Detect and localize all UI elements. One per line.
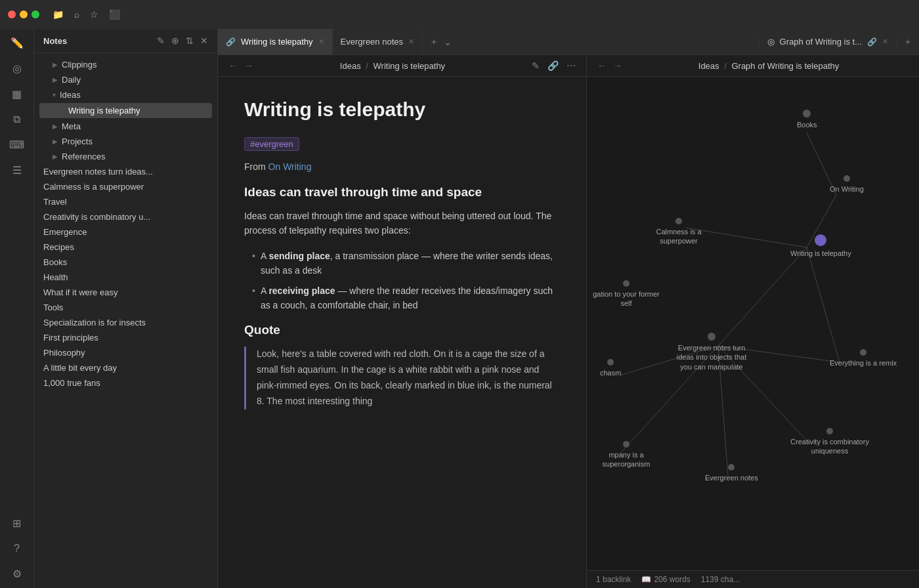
star-icon[interactable]: ☆ [90,9,98,20]
new-tab-icon[interactable]: ＋ [429,36,438,48]
bullet1-bold: sending place [268,251,330,261]
sidebar-icon-panel: ✏️ ◎ ▦ ⧉ ⌨ ☰ ⊞ ? ⚙ [0,29,34,588]
list-icon[interactable]: ☰ [12,164,22,177]
tab-dropdown-icon[interactable]: ⌄ [444,37,452,47]
sidebar-item-recipes[interactable]: Recipes [34,240,217,255]
bullet2-prefix: A [261,285,268,296]
tab-close-icon[interactable]: ✕ [318,37,324,46]
graph-icon[interactable]: ◎ [12,62,22,75]
node-label-creativity: Creativity is combinatory uniqueness [790,437,869,456]
graph-node-books[interactable]: Books [797,110,817,129]
sort-action[interactable]: ⇅ [186,35,194,46]
folder-icon[interactable]: 📁 [53,9,64,20]
sidebar-item-meta[interactable]: ▶ Meta [34,119,217,134]
sidebar-item-ideas[interactable]: ▾ Ideas [34,87,217,102]
new-note-action[interactable]: ✎ [157,35,165,46]
graph-node-writing-telepathy[interactable]: Writing is telepathy [790,234,851,258]
node-label-on-writing: On Writing [830,184,864,194]
maximize-button[interactable] [32,10,39,18]
tab-graph[interactable]: ◎ Graph of Writing is t... 🔗 ✕ [759,37,897,47]
sidebar-item-little-bit[interactable]: A little bit every day [34,360,217,375]
bullet-icon: • [252,284,255,313]
tab-graph-label: Graph of Writing is t... [780,37,862,47]
graph-node-superorganism[interactable]: mpany is a superorganism [587,441,666,469]
sidebar-item-emergence[interactable]: Emergence [34,224,217,240]
tab-evergreen-notes[interactable]: Evergreen notes ✕ [333,29,423,54]
sidebar-item-calmness[interactable]: Calmness is a superpower [34,179,217,194]
files-icon[interactable]: ⧉ [13,114,20,125]
tab-writing-is-telepathy[interactable]: 🔗 Writing is telepathy ✕ [218,29,333,54]
graph-node-calmness[interactable]: Calmness is a superpower [639,218,718,246]
back-button[interactable]: ← [228,60,238,71]
forward-button[interactable]: → [244,60,253,71]
sidebar-item-tools[interactable]: Tools [34,300,217,315]
toolbar-actions: ✎ 🔗 ⋯ [532,60,576,71]
terminal-icon[interactable]: ⌨ [9,138,24,151]
note-list: • A sending place, a transmission place … [252,249,560,313]
sidebar-item-daily[interactable]: ▶ Daily [34,72,217,87]
section1-heading: Ideas can travel through time and space [244,185,560,200]
close-action[interactable]: ✕ [200,35,208,46]
note-toolbar: ← → Ideas / Writing is telepathy ✎ 🔗 ⋯ [218,55,586,77]
graph-forward-button[interactable]: → [613,60,622,71]
map-icon[interactable]: ⊞ [12,517,21,530]
from-link[interactable]: On Writing [268,161,312,172]
sidebar-item-projects[interactable]: ▶ Projects [34,134,217,149]
graph-breadcrumb-current: Graph of Writing is telepathy [731,61,839,71]
sidebar-item-books[interactable]: Books [34,255,217,270]
list-item-1: • A sending place, a transmission place … [252,249,560,278]
more-icon[interactable]: ⋯ [566,60,576,71]
new-tab-right-icon[interactable]: ＋ [903,36,912,48]
tag-badge[interactable]: #evergreen [244,137,299,151]
calendar-icon[interactable]: ▦ [12,88,22,100]
sidebar-item-what-if[interactable]: What if it were easy [34,285,217,300]
breadcrumb: Ideas / Writing is telepathy [260,61,525,71]
sidebar-item-clippings[interactable]: ▶ Clippings [34,57,217,72]
chevron-right-icon: ▶ [53,61,58,68]
link-copy-icon[interactable]: 🔗 [547,60,559,71]
new-folder-action[interactable]: ⊕ [171,35,179,46]
search-icon[interactable]: ⌕ [74,9,79,20]
graph-node-creativity[interactable]: Creativity is combinatory uniqueness [790,428,869,456]
sidebar-item-philosophy[interactable]: Philosophy [34,345,217,360]
edit-icon[interactable]: ✎ [532,60,540,71]
graph-node-everything-remix[interactable]: Everything is a remix [830,349,897,368]
graph-canvas[interactable]: Books On Writing Calmness is a superpowe… [587,77,919,570]
quote-block: Look, here's a table covered with red cl… [244,346,560,409]
new-note-icon[interactable]: ✏️ [11,37,24,49]
graph-back-button[interactable]: ← [597,60,607,71]
graph-node-evergreen-turn[interactable]: Evergreen notes turn ideas into objects … [672,333,751,371]
sidebar-item-specialization[interactable]: Specialization is for insects [34,315,217,330]
sidebar-item-travel[interactable]: Travel [34,194,217,209]
settings-icon[interactable]: ⚙ [12,568,22,580]
close-button[interactable] [8,10,16,18]
sidebar-item-evergreen-notes-turn[interactable]: Evergreen notes turn ideas... [34,164,217,179]
node-label-superorganism: mpany is a superorganism [587,450,666,469]
backlink-status: 1 backlink [596,575,631,584]
note-title: Writing is telepathy [244,98,560,121]
sidebar-item-creativity[interactable]: Creativity is combinatory u... [34,209,217,224]
sidebar-item-references[interactable]: ▶ References [34,149,217,164]
note-pane: ← → Ideas / Writing is telepathy ✎ 🔗 ⋯ W… [218,55,587,588]
chevron-right-icon: ▶ [53,138,58,145]
graph-node-evergreen-notes[interactable]: Evergreen notes [705,464,758,482]
sidebar-item-health[interactable]: Health [34,270,217,285]
minimize-button[interactable] [20,10,28,18]
traffic-lights [8,10,39,18]
svg-line-4 [807,247,840,362]
bullet1-prefix: A [261,251,268,261]
tab-bar: 🔗 Writing is telepathy ✕ Evergreen notes… [218,29,919,55]
sidebar-icon[interactable]: ⬛ [109,9,120,20]
words-status: 📖 206 words [641,575,690,584]
sidebar-item-writing-is-telepathy[interactable]: Writing is telepathy [39,103,212,118]
sidebar-item-1000-fans[interactable]: 1,000 true fans [34,375,217,390]
section1-body: Ideas can travel through time and space … [244,209,560,238]
tab-close-icon[interactable]: ✕ [408,37,414,46]
graph-node-on-writing[interactable]: On Writing [830,175,864,194]
titlebar: 📁 ⌕ ☆ ⬛ [0,0,919,29]
tab-close-icon[interactable]: ✕ [882,37,888,46]
sidebar-item-first-principles[interactable]: First principles [34,330,217,345]
graph-node-chasm[interactable]: chasm [600,359,621,377]
help-icon[interactable]: ? [14,543,20,555]
graph-node-navigation[interactable]: gation to your former self [587,280,666,308]
